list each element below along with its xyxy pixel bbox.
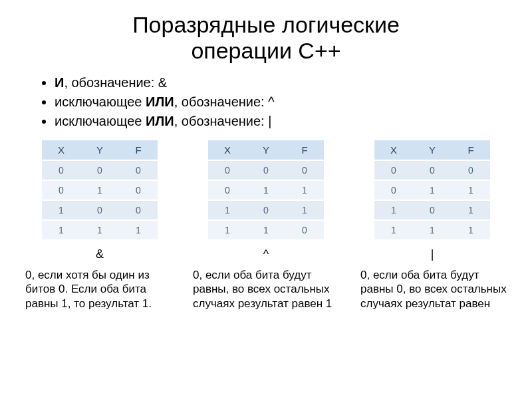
- col-header-y: Y: [413, 140, 452, 160]
- desc-or: 0, если оба бита будут равны 0, во всех …: [360, 268, 507, 311]
- col-header-y: Y: [80, 140, 119, 160]
- col-header-f: F: [452, 140, 490, 160]
- title-line1: Поразрядные логические: [132, 12, 400, 37]
- col-header-x: X: [374, 140, 413, 160]
- title-line2: операции C++: [191, 38, 340, 63]
- bullet-prefix: исключающее: [55, 114, 146, 128]
- bullet-prefix: исключающее: [55, 94, 146, 109]
- bullet-item: исключающее ИЛИ, обозначение: ^: [55, 92, 532, 112]
- table-row: 101: [208, 200, 324, 220]
- truth-table-or: X Y F 000 011 101 111: [374, 140, 490, 241]
- col-header-f: F: [285, 140, 324, 160]
- table-row: 111: [374, 220, 490, 240]
- table-row: 000: [208, 160, 324, 180]
- bullet-bold: ИЛИ: [146, 94, 174, 109]
- table-row: 101: [374, 200, 490, 220]
- descriptions-row: 0, если хотя бы один из битов 0. Если об…: [0, 261, 532, 311]
- bullet-rest: , обозначение: |: [174, 114, 272, 128]
- col-header-y: Y: [247, 140, 285, 160]
- table-row: 000: [42, 160, 158, 180]
- table-row: 010: [42, 180, 158, 200]
- table-row: 011: [374, 180, 490, 200]
- tables-row: X Y F 000 010 100 111 X Y F 000 011 101 …: [0, 136, 532, 241]
- bullet-item: исключающее ИЛИ, обозначение: |: [55, 112, 532, 131]
- bullet-rest: , обозначение: ^: [174, 94, 275, 109]
- operator-symbol-or: |: [366, 247, 499, 261]
- bullet-rest: , обозначение: &: [64, 75, 167, 90]
- bullet-item: И, обозначение: &: [55, 73, 532, 92]
- truth-table-xor: X Y F 000 011 101 110: [208, 140, 324, 241]
- bullet-bold: И: [55, 75, 64, 90]
- table-row: 100: [42, 200, 158, 220]
- table-row: 011: [208, 180, 324, 200]
- col-header-x: X: [42, 140, 80, 160]
- bullet-bold: ИЛИ: [146, 114, 174, 128]
- col-header-x: X: [208, 140, 247, 160]
- col-header-f: F: [119, 140, 158, 160]
- desc-and: 0, если хотя бы один из битов 0. Если об…: [25, 268, 172, 311]
- bullet-list: И, обозначение: & исключающее ИЛИ, обозн…: [40, 73, 532, 131]
- operator-symbols-row: & ^ |: [0, 241, 532, 261]
- operator-symbol-and: &: [33, 247, 166, 261]
- table-row: 110: [208, 220, 324, 240]
- operator-symbol-xor: ^: [200, 247, 332, 261]
- desc-xor: 0, если оба бита будут равны, во всех ос…: [193, 268, 339, 311]
- truth-table-and: X Y F 000 010 100 111: [42, 140, 158, 241]
- table-row: 000: [374, 160, 490, 180]
- table-row: 111: [42, 220, 158, 240]
- slide-title: Поразрядные логические операции C++: [0, 0, 532, 64]
